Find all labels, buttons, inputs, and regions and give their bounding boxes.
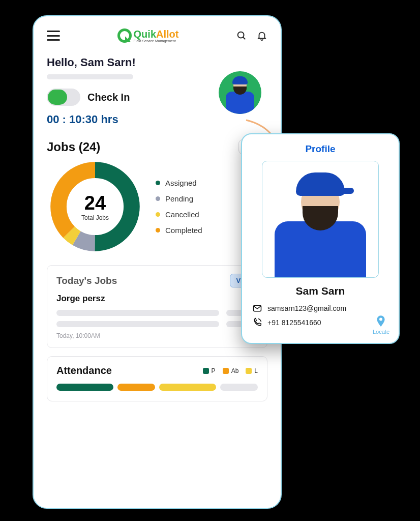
brand-name: QuikAllot xyxy=(134,28,179,40)
donut-total-label: Total Jobs xyxy=(81,214,109,221)
person-icon xyxy=(224,77,256,114)
checkin-label: Check In xyxy=(87,92,130,103)
jobs-title: Jobs (24) xyxy=(47,140,100,154)
profile-email: samsarn123@gmail.com xyxy=(267,304,346,312)
profile-email-row: samsarn123@gmail.com xyxy=(252,303,388,313)
svg-point-0 xyxy=(238,32,244,38)
profile-phone-row: +91 8125541660 xyxy=(252,317,388,328)
todays-jobs-card: Today's Jobs View Jorge persz Today, 10:… xyxy=(47,265,267,348)
brand-tagline: Field Service Management xyxy=(134,39,179,43)
checkin-toggle[interactable] xyxy=(47,89,80,106)
person-icon xyxy=(275,170,366,277)
job-time: Today, 10:00AM xyxy=(56,332,100,339)
placeholder-row xyxy=(56,310,258,316)
timer: 00 : 10:30 hrs xyxy=(47,113,267,126)
todays-jobs-title: Today's Jobs xyxy=(56,275,117,286)
profile-phone: +91 8125541660 xyxy=(267,319,321,327)
placeholder-line xyxy=(47,74,133,79)
attendance-legend: P Ab L xyxy=(203,367,258,374)
profile-heading: Profile xyxy=(252,143,388,155)
profile-photo xyxy=(262,161,379,278)
svg-line-1 xyxy=(243,37,245,39)
attendance-bar xyxy=(56,384,258,391)
job-customer-name: Jorge persz xyxy=(56,294,258,304)
profile-name: Sam Sarn xyxy=(252,285,388,297)
search-icon[interactable] xyxy=(236,30,247,41)
brand-logo: QuikAllot Field Service Management xyxy=(117,28,179,43)
donut-total: 24 xyxy=(84,192,106,214)
greeting: Hello, Sam Sarn! xyxy=(47,56,267,69)
attendance-card: Attendance P Ab L xyxy=(47,356,267,401)
location-pin-icon xyxy=(374,314,387,328)
avatar[interactable] xyxy=(219,71,261,114)
profile-card: Profile Sam Sarn samsarn123@gmail.com +9… xyxy=(241,133,400,344)
attendance-title: Attendance xyxy=(56,365,112,377)
menu-icon[interactable] xyxy=(47,31,60,41)
logo-mark-icon xyxy=(117,28,132,43)
mail-icon xyxy=(252,303,262,313)
locate-button[interactable]: Locate xyxy=(373,314,389,335)
placeholder-row xyxy=(56,321,258,327)
phone-icon xyxy=(252,317,262,328)
jobs-donut-chart: 24 Total Jobs xyxy=(47,158,143,255)
bell-icon[interactable] xyxy=(256,30,267,41)
topbar: QuikAllot Field Service Management xyxy=(47,28,267,43)
